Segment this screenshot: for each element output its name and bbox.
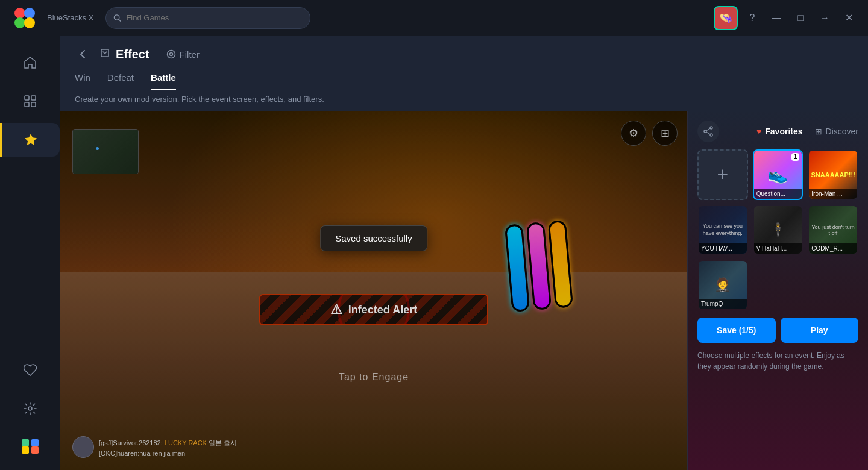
filter-label: Filter (180, 49, 200, 60)
effect-card-question[interactable]: 👟 1 Question... (753, 149, 804, 200)
svg-line-23 (706, 132, 711, 134)
favorites-label: Favorites (765, 127, 802, 136)
svg-rect-14 (31, 439, 39, 446)
search-bar[interactable] (105, 7, 310, 29)
svg-point-18 (169, 53, 172, 56)
add-icon: + (717, 163, 728, 186)
svg-rect-6 (25, 96, 29, 100)
search-input[interactable] (126, 13, 303, 22)
svg-point-21 (704, 130, 706, 133)
back-button[interactable] (75, 46, 92, 63)
svg-point-0 (14, 8, 25, 19)
svg-rect-7 (31, 96, 36, 100)
panel-tab-favorites[interactable]: ♥ Favorites (756, 127, 803, 136)
minimize-button[interactable]: — (767, 8, 786, 28)
close-button[interactable]: ✕ (839, 8, 858, 28)
right-panel: ♥ Favorites ⊞ Discover + (687, 111, 868, 470)
content-header: Effect Filter Win Defeat Battle Create y… (60, 36, 868, 111)
tab-win[interactable]: Win (75, 72, 90, 90)
effect-card-trumpq[interactable]: 🤵 TrumpQ (697, 260, 748, 310)
title-bar: BlueStacks X 👒 ? — □ → ✕ (0, 0, 868, 36)
header-nav: Effect Filter (75, 46, 854, 63)
svg-point-3 (24, 17, 35, 28)
favorites-heart-icon: ♥ (756, 127, 761, 136)
sidebar-item-apps[interactable] (13, 84, 47, 118)
svg-rect-8 (25, 102, 29, 107)
effect-card-ironman[interactable]: SNAAAAAP!!! Iron-Man ... (808, 149, 858, 200)
tabs: Win Defeat Battle (75, 72, 854, 90)
effect-card-youhav[interactable]: You can see you have everything. YOU HAV… (697, 205, 748, 255)
effects-grid: + 👟 1 Question... SNAAAAAP!!! (697, 149, 858, 310)
sidebar-item-settings[interactable] (13, 392, 47, 425)
share-button[interactable] (697, 121, 719, 142)
effect-card-codmr[interactable]: You just don't turn it off! CODM_R... (808, 205, 858, 255)
svg-line-22 (706, 128, 711, 131)
app-name-label: BlueStacks X (47, 13, 93, 22)
user-avatar[interactable]: 👒 (714, 6, 738, 30)
maximize-button[interactable]: □ (791, 8, 810, 28)
panel-tab-discover[interactable]: ⊞ Discover (815, 127, 858, 136)
bluestacks-logo (10, 3, 40, 33)
effect-card-label-vhahah: V HaHaH... (754, 243, 802, 254)
game-canvas: ⚙ ⊞ ⚠ Infected Alert Tap to Engage S (60, 111, 687, 470)
panel-tabs: ♥ Favorites ⊞ Discover (756, 127, 858, 136)
page-title: Effect (99, 47, 149, 62)
effect-card-label-trumpq: TrumpQ (699, 299, 747, 309)
tab-battle[interactable]: Battle (151, 72, 176, 90)
discover-icon: ⊞ (815, 127, 822, 136)
page-title-icon (99, 47, 111, 62)
sidebar-item-favorites[interactable] (13, 353, 47, 387)
svg-rect-16 (31, 446, 39, 454)
navigate-button[interactable]: → (815, 8, 834, 28)
svg-line-5 (119, 19, 121, 21)
effect-card-vhahah[interactable]: 🕴 V HaHaH... (753, 205, 804, 255)
filter-button[interactable]: Filter (166, 49, 200, 60)
svg-point-19 (710, 127, 712, 129)
help-button[interactable]: ? (743, 8, 762, 28)
effect-card-label-codmr: CODM_R... (809, 243, 857, 254)
svg-point-20 (710, 134, 712, 136)
svg-point-17 (167, 51, 175, 58)
title-bar-controls: 👒 ? — □ → ✕ (714, 6, 858, 30)
svg-point-2 (14, 17, 25, 28)
page-title-text: Effect (116, 48, 149, 61)
bluestacks-bottom-logo (15, 430, 45, 460)
save-button[interactable]: Save (1/5) (697, 318, 776, 343)
svg-rect-13 (22, 439, 29, 446)
panel-header: ♥ Favorites ⊞ Discover (697, 121, 858, 142)
action-buttons: Save (1/5) Play (697, 318, 858, 343)
game-preview[interactable]: ⚙ ⊞ ⚠ Infected Alert Tap to Engage S (60, 111, 687, 470)
content-area: Effect Filter Win Defeat Battle Create y… (60, 36, 868, 470)
saved-notification: Saved successfully (320, 225, 427, 251)
tab-defeat[interactable]: Defeat (107, 72, 134, 90)
game-overlay (60, 111, 687, 470)
svg-point-11 (28, 407, 32, 410)
discover-label: Discover (826, 127, 858, 136)
effect-badge: 1 (791, 153, 800, 161)
effect-card-label-ironman: Iron-Man ... (809, 189, 857, 199)
sidebar-item-home[interactable] (13, 46, 47, 80)
search-icon (113, 14, 121, 22)
tab-description: Create your own mod version. Pick the ev… (75, 90, 854, 111)
svg-rect-15 (22, 446, 29, 454)
panel-description: Choose multiple effects for an event. En… (697, 350, 858, 372)
filter-icon (166, 49, 176, 59)
svg-marker-10 (25, 134, 37, 145)
body-split: ⚙ ⊞ ⚠ Infected Alert Tap to Engage S (60, 111, 868, 470)
play-button[interactable]: Play (781, 318, 859, 343)
sidebar-item-effects[interactable] (0, 123, 60, 157)
sidebar (0, 36, 60, 470)
effect-card-label-youhav: YOU HAV... (699, 243, 747, 254)
add-effect-button[interactable]: + (697, 149, 748, 200)
main-layout: Effect Filter Win Defeat Battle Create y… (0, 36, 868, 470)
svg-point-1 (24, 8, 35, 19)
svg-rect-9 (31, 102, 36, 107)
saved-notification-text: Saved successfully (335, 233, 412, 243)
effect-card-label-question: Question... (754, 189, 802, 199)
